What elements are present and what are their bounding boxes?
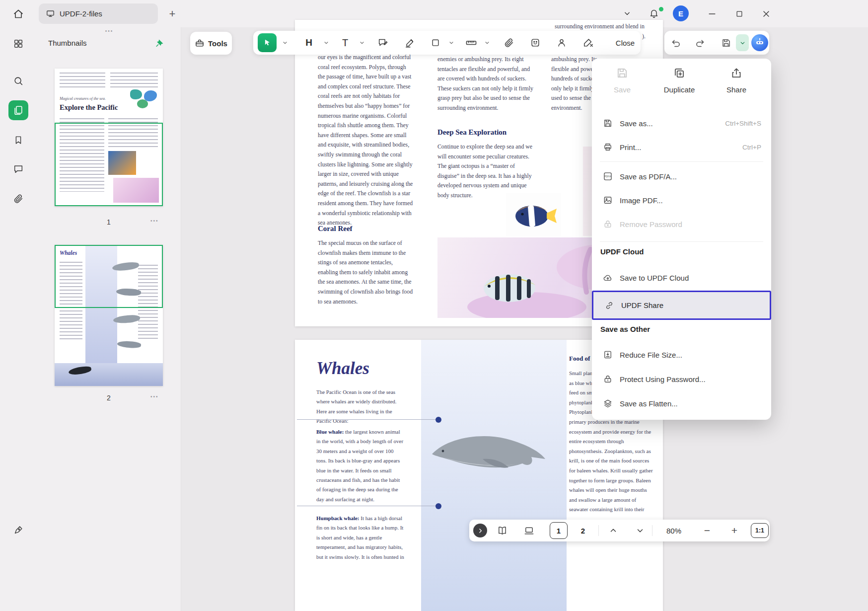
thumbnail-page-1[interactable]: Magical creatures of the sea. Explore th…: [55, 69, 163, 206]
menu-item-reduce-file-size[interactable]: Reduce File Size...: [592, 343, 771, 367]
avatar[interactable]: E: [673, 5, 689, 21]
document-tab[interactable]: UPDF-2-files: [39, 3, 158, 24]
heading-tool-chevron[interactable]: [322, 31, 330, 55]
apps-grid-button[interactable]: [6, 32, 30, 56]
food-line: photosynthesis. Zooplankton, such as: [569, 447, 653, 457]
menu-item-save-as[interactable]: Save as... Ctrl+Shift+S: [592, 111, 771, 135]
measure-tool-button[interactable]: [462, 31, 480, 55]
humpback-label: Humpback whale:: [316, 515, 360, 521]
shape-tool-chevron[interactable]: [447, 31, 455, 55]
menu-item-image-pdf[interactable]: Image PDF...: [592, 188, 771, 212]
menu-item-protect-password[interactable]: Protect Using Password...: [592, 367, 771, 391]
previous-page-button[interactable]: [604, 520, 622, 541]
menu-item-remove-password[interactable]: Remove Password: [592, 212, 771, 236]
menu-share-action[interactable]: Share: [712, 67, 761, 94]
zoom-in-button[interactable]: +: [727, 520, 741, 541]
text-tool-chevron[interactable]: [358, 31, 366, 55]
zoom-level[interactable]: 80%: [660, 520, 688, 541]
window-chevron-button[interactable]: [618, 5, 636, 21]
redact-tool-button[interactable]: [579, 31, 597, 55]
share-icon: [730, 67, 743, 79]
attachments-button[interactable]: [6, 187, 30, 211]
maximize-button[interactable]: [729, 4, 749, 24]
flatten-icon: [603, 398, 613, 408]
save-button[interactable]: [717, 31, 735, 55]
plus-icon: +: [169, 7, 176, 20]
home-button[interactable]: [7, 4, 30, 24]
page-1-button[interactable]: 1: [550, 522, 568, 539]
ellipsis-icon: •••: [150, 218, 159, 224]
design-pen-button[interactable]: [6, 518, 30, 542]
pen-tool-button[interactable]: [401, 31, 419, 55]
shape-tool-button[interactable]: [427, 31, 444, 55]
thumb1-fish-photo: [108, 151, 136, 175]
actual-size-button[interactable]: 1:1: [751, 523, 769, 538]
panel-drag-handle[interactable]: •••: [101, 28, 118, 34]
zoom-out-button[interactable]: −: [700, 520, 714, 541]
comments-button[interactable]: [6, 157, 30, 181]
timeline-rule: [297, 419, 436, 420]
heading-tool-label: H: [305, 37, 312, 48]
food-line: krill, is one of the main food sources: [569, 456, 653, 466]
chevron-down-icon: [448, 40, 454, 46]
chevron-down-icon: [323, 40, 329, 46]
deep-sea-paragraph: Continue to explore the deep sea and we …: [437, 142, 536, 201]
blue-whale-text: the largest known animal in the world, w…: [316, 429, 403, 502]
undo-button[interactable]: [667, 31, 685, 55]
grid-icon: [13, 38, 24, 49]
page-2-button[interactable]: 2: [574, 522, 592, 539]
cursor-icon: [263, 38, 272, 47]
menu-item-updf-share[interactable]: UPDF Share: [592, 291, 771, 320]
menu-item-save-as-flatten[interactable]: Save as Flatten...: [592, 391, 771, 415]
bottom-navigation-bar: 1 2 80% − + 1:1: [469, 520, 770, 541]
bookmarks-button[interactable]: [6, 128, 30, 152]
tools-label: Tools: [208, 39, 227, 48]
presentation-mode-button[interactable]: [520, 520, 538, 541]
save-options-chevron[interactable]: [736, 34, 749, 51]
action-label: Share: [726, 85, 746, 94]
food-line: and swallow a large amount of: [569, 495, 653, 505]
close-toolbar-button[interactable]: Close: [610, 31, 640, 55]
gradient-band: [55, 363, 163, 386]
thumbnails-panel-button[interactable]: [8, 100, 28, 120]
menu-item-shortcut: Ctrl+Shift+S: [725, 120, 761, 127]
heading-tool-button[interactable]: H: [300, 31, 318, 55]
pin-panel-button[interactable]: [152, 35, 167, 50]
select-tool-chevron[interactable]: [281, 31, 289, 55]
menu-duplicate-action[interactable]: Duplicate: [654, 67, 704, 94]
svg-text:PDF/A: PDF/A: [604, 175, 611, 178]
sticker-tool-button[interactable]: [526, 31, 544, 55]
expand-panel-button[interactable]: [471, 520, 489, 541]
close-window-button[interactable]: [756, 4, 776, 24]
fragment-line: flexible and powe: [551, 65, 597, 75]
menu-item-print[interactable]: Print... Ctrl+P: [592, 135, 771, 159]
thumb2-menu-button[interactable]: •••: [150, 394, 159, 399]
menu-item-save-as-pdfa[interactable]: PDF/A Save as PDF/A...: [592, 164, 771, 188]
redo-button[interactable]: [691, 31, 709, 55]
next-page-button[interactable]: [631, 520, 649, 541]
menu-item-label: Remove Password: [620, 220, 682, 229]
attach-tool-button[interactable]: [500, 31, 518, 55]
left-icon-rail: [0, 27, 37, 611]
minimize-button[interactable]: [702, 4, 722, 24]
menu-save-action[interactable]: Save: [597, 67, 647, 94]
ai-assistant-button[interactable]: [751, 34, 768, 51]
measure-tool-chevron[interactable]: [483, 31, 491, 55]
thumbnail-page-2[interactable]: Whales: [55, 245, 163, 386]
thumb1-menu-button[interactable]: •••: [150, 218, 159, 224]
select-tool-button[interactable]: [258, 33, 277, 52]
actual-size-label: 1:1: [755, 527, 764, 534]
menu-item-save-to-updf-cloud[interactable]: Save to UPDF Cloud: [592, 266, 771, 290]
page1-column3-fragments: ambushing prey. Its flexible and powe hu…: [551, 55, 597, 113]
tools-button[interactable]: Tools: [190, 32, 232, 55]
text-tool-button[interactable]: T: [336, 31, 354, 55]
chevron-down-icon: [636, 526, 645, 535]
comment-tool-button[interactable]: [374, 31, 392, 55]
signature-tool-button[interactable]: [553, 31, 571, 55]
timeline-dot: [435, 417, 441, 423]
remove-password-icon: [603, 219, 613, 229]
search-button[interactable]: [6, 69, 30, 93]
reader-view-button[interactable]: [493, 520, 511, 541]
new-tab-button[interactable]: +: [164, 6, 181, 22]
page-number: 2: [581, 527, 585, 535]
